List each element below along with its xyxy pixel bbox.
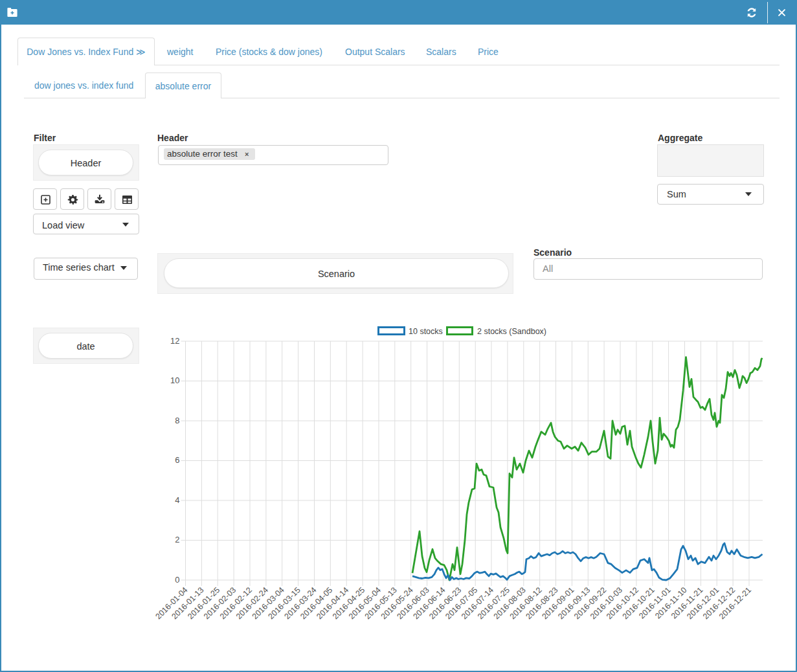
svg-text:2016-10-12: 2016-10-12 (605, 585, 640, 621)
svg-text:2016-12-01: 2016-12-01 (685, 585, 721, 621)
svg-text:2016-07-14: 2016-07-14 (460, 585, 495, 621)
svg-text:2016-02-12: 2016-02-12 (218, 585, 254, 621)
svg-text:2016-01-25: 2016-01-25 (186, 585, 221, 621)
svg-text:2016-03-04: 2016-03-04 (251, 585, 286, 621)
svg-text:6: 6 (175, 455, 179, 465)
svg-text:2016-06-14: 2016-06-14 (411, 585, 447, 621)
svg-text:2016-03-15: 2016-03-15 (267, 585, 302, 621)
svg-text:2016-11-10: 2016-11-10 (653, 585, 688, 620)
svg-text:10: 10 (170, 375, 179, 385)
svg-text:2016-08-23: 2016-08-23 (524, 585, 560, 621)
svg-text:12: 12 (170, 336, 179, 346)
svg-text:2016-11-21: 2016-11-21 (669, 585, 704, 620)
svg-text:2016-06-03: 2016-06-03 (396, 585, 431, 621)
svg-text:8: 8 (175, 416, 179, 425)
svg-text:2016-09-01: 2016-09-01 (540, 585, 576, 621)
svg-text:2016-12-12: 2016-12-12 (701, 585, 737, 621)
svg-text:0: 0 (175, 575, 179, 585)
svg-text:2016-02-03: 2016-02-03 (202, 585, 238, 621)
svg-text:2016-05-13: 2016-05-13 (363, 585, 399, 621)
svg-text:2016-11-01: 2016-11-01 (637, 585, 672, 620)
svg-text:2016-05-24: 2016-05-24 (379, 585, 415, 621)
svg-text:2016-04-14: 2016-04-14 (315, 585, 350, 621)
svg-text:2016-07-05: 2016-07-05 (443, 585, 479, 621)
svg-text:4: 4 (175, 495, 179, 505)
svg-text:2016-10-03: 2016-10-03 (589, 585, 624, 621)
svg-text:2: 2 (175, 535, 179, 544)
svg-text:2016-02-24: 2016-02-24 (234, 585, 270, 621)
svg-text:2016-01-04: 2016-01-04 (154, 585, 190, 621)
svg-text:2016-08-12: 2016-08-12 (508, 585, 544, 621)
svg-text:2016-03-24: 2016-03-24 (283, 585, 319, 621)
svg-text:2016-04-25: 2016-04-25 (331, 585, 366, 621)
svg-text:2016-06-23: 2016-06-23 (427, 585, 463, 621)
svg-text:2016-09-22: 2016-09-22 (572, 585, 608, 621)
svg-text:2016-07-25: 2016-07-25 (476, 585, 511, 621)
svg-text:2016-10-21: 2016-10-21 (621, 585, 657, 621)
svg-text:2016-09-13: 2016-09-13 (556, 585, 592, 621)
svg-text:2016-05-04: 2016-05-04 (347, 585, 383, 621)
svg-text:2016-08-03: 2016-08-03 (492, 585, 528, 621)
svg-text:2016-04-05: 2016-04-05 (298, 585, 334, 621)
svg-text:2016-01-13: 2016-01-13 (170, 585, 205, 621)
svg-text:2016-12-21: 2016-12-21 (717, 585, 753, 621)
